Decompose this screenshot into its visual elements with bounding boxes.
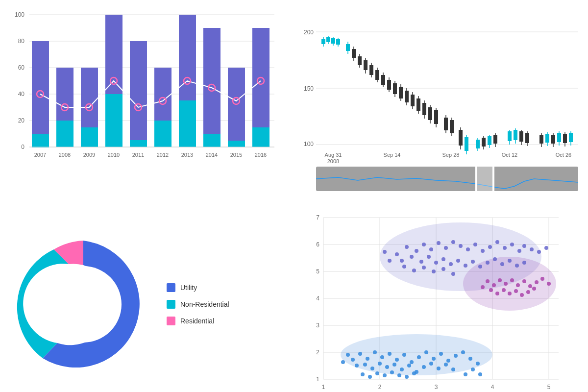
svg-rect-92	[475, 166, 477, 192]
svg-text:0: 0	[21, 144, 24, 150]
svg-point-147	[471, 260, 475, 264]
bar-cyan	[105, 94, 122, 147]
svg-point-141	[427, 255, 431, 259]
svg-point-177	[495, 292, 499, 295]
svg-point-182	[526, 290, 530, 294]
x-label: 2016	[255, 152, 267, 158]
scatter-chart: 1 2 3 4 5 6 7 1 2 3 4 5	[294, 203, 588, 392]
svg-point-119	[395, 252, 399, 256]
svg-point-222	[361, 372, 365, 376]
svg-point-137	[530, 247, 534, 251]
svg-point-133	[503, 246, 507, 250]
donut-chart-cell: Utility Non-Residential Residential	[0, 203, 294, 392]
svg-point-206	[378, 362, 382, 366]
y-label: 100	[304, 141, 314, 147]
svg-rect-93	[492, 166, 494, 192]
svg-point-126	[451, 240, 455, 244]
svg-rect-31	[364, 60, 368, 70]
svg-rect-65	[476, 140, 480, 148]
legend-utility-label: Utility	[180, 284, 197, 292]
svg-text:2: 2	[316, 349, 319, 356]
bar-cyan	[130, 140, 147, 147]
cluster3-ellipse	[341, 334, 492, 375]
bar-cyan	[32, 134, 49, 147]
svg-point-130	[481, 249, 485, 253]
svg-point-123	[429, 247, 433, 251]
svg-point-156	[412, 269, 416, 272]
svg-point-194	[417, 355, 421, 359]
svg-rect-75	[514, 130, 517, 140]
svg-point-202	[476, 362, 480, 366]
svg-point-157	[422, 266, 426, 270]
x-label: Oct 26	[556, 152, 571, 158]
svg-point-181	[520, 293, 524, 297]
legend-residential-label: Residential	[180, 317, 214, 325]
svg-point-204	[363, 363, 367, 367]
svg-rect-89	[563, 134, 567, 143]
bar-cyan	[154, 121, 172, 147]
svg-point-191	[395, 358, 399, 362]
x-label: 2011	[132, 152, 144, 158]
svg-point-152	[508, 259, 512, 263]
svg-point-139	[410, 255, 414, 259]
svg-rect-79	[525, 133, 529, 143]
svg-point-153	[515, 264, 519, 268]
y-label: 200	[304, 29, 314, 36]
svg-rect-55	[434, 110, 438, 124]
svg-point-124	[437, 241, 441, 245]
svg-rect-43	[399, 87, 403, 98]
svg-point-128	[466, 247, 470, 251]
svg-point-122	[422, 243, 426, 246]
bar-cyan	[81, 127, 98, 147]
svg-rect-91	[569, 133, 573, 142]
legend-utility: Utility	[167, 283, 229, 292]
svg-rect-49	[416, 98, 420, 111]
svg-point-138	[400, 259, 404, 263]
x-label: 2010	[108, 152, 120, 158]
legend-nonresidential-label: Non-Residential	[180, 300, 229, 308]
svg-rect-94	[477, 167, 492, 191]
svg-rect-51	[422, 103, 426, 115]
x-label: 2009	[83, 152, 95, 158]
svg-rect-71	[493, 135, 497, 144]
svg-point-167	[498, 278, 502, 282]
bar-cyan	[179, 100, 196, 147]
svg-rect-59	[450, 120, 454, 133]
x-label: 2014	[206, 152, 218, 158]
svg-point-217	[346, 353, 350, 357]
y-label: 150	[304, 85, 314, 92]
svg-point-164	[388, 259, 392, 263]
svg-point-212	[422, 365, 426, 369]
svg-point-165	[486, 279, 490, 283]
svg-rect-73	[508, 131, 512, 141]
bar-blue	[228, 68, 245, 147]
svg-point-163	[383, 250, 387, 254]
svg-point-125	[444, 246, 448, 250]
svg-text:3: 3	[316, 322, 319, 329]
svg-rect-83	[545, 134, 549, 143]
svg-rect-21	[331, 38, 335, 44]
svg-point-189	[380, 355, 384, 359]
svg-text:20: 20	[18, 117, 25, 124]
svg-rect-29	[358, 56, 362, 65]
svg-rect-33	[369, 65, 373, 75]
svg-point-216	[451, 368, 455, 371]
svg-point-190	[388, 352, 392, 356]
svg-point-169	[510, 278, 514, 282]
svg-text:100: 100	[15, 11, 24, 18]
svg-point-129	[473, 243, 477, 246]
svg-point-186	[358, 352, 362, 356]
svg-point-161	[537, 250, 541, 254]
svg-rect-47	[411, 95, 415, 106]
svg-point-140	[419, 260, 423, 264]
x-label: Aug 31	[325, 152, 342, 158]
svg-point-199	[454, 354, 458, 358]
svg-point-184	[481, 285, 485, 289]
svg-point-188	[373, 350, 377, 354]
svg-point-134	[510, 243, 514, 246]
candlestick-chart: 200 150 100	[294, 0, 588, 203]
x-label: 2008	[327, 158, 339, 164]
svg-point-223	[368, 375, 372, 379]
svg-point-131	[488, 245, 492, 249]
svg-rect-57	[444, 118, 448, 130]
